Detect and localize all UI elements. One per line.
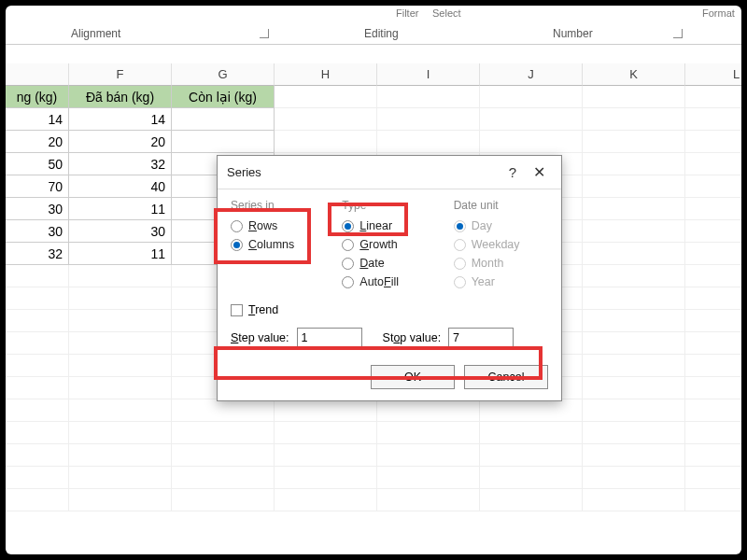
cell[interactable]: 30 <box>6 198 69 220</box>
growth-radio[interactable]: Growth <box>342 238 436 251</box>
cell[interactable]: 14 <box>69 108 172 131</box>
header-cell[interactable]: ng (kg) <box>6 86 69 108</box>
radio-icon <box>342 258 354 270</box>
cell[interactable] <box>583 243 685 265</box>
cell[interactable] <box>480 108 583 131</box>
cell[interactable] <box>685 220 741 243</box>
ok-button[interactable]: OK <box>371 365 455 389</box>
radio-icon <box>342 276 354 288</box>
dateunit-label: Date unit <box>454 199 548 212</box>
table-row <box>6 467 741 489</box>
column-header[interactable]: F <box>69 63 172 86</box>
linear-label: Linear <box>359 219 392 232</box>
column-header[interactable] <box>6 63 69 86</box>
column-header[interactable]: I <box>377 63 480 86</box>
cell[interactable] <box>275 86 377 108</box>
step-value-input[interactable] <box>297 328 362 348</box>
columns-radio[interactable]: Columns <box>231 238 325 251</box>
column-header[interactable]: K <box>583 63 685 86</box>
date-radio[interactable]: Date <box>342 257 436 270</box>
cell[interactable]: 11 <box>69 243 172 265</box>
radio-icon <box>454 220 466 232</box>
app-frame: Filter Select Format Alignment Editing N… <box>6 6 741 554</box>
cell[interactable] <box>583 220 685 243</box>
radio-icon <box>231 220 243 232</box>
cell[interactable]: 32 <box>6 243 69 265</box>
dialog-body: Series in Rows Columns Type Linear <box>218 189 561 354</box>
cell[interactable] <box>583 153 685 175</box>
linear-radio[interactable]: Linear <box>342 219 436 232</box>
cancel-button[interactable]: Cancel <box>464 365 548 389</box>
month-radio: Month <box>454 257 548 270</box>
month-label: Month <box>472 257 504 270</box>
year-label: Year <box>472 275 495 288</box>
cell[interactable]: 30 <box>69 220 172 243</box>
type-group: Type Linear Growth Date <box>342 199 436 294</box>
radio-icon <box>342 239 354 251</box>
cell[interactable] <box>377 131 480 153</box>
ribbon-filter-label: Filter <box>396 7 418 19</box>
cell[interactable] <box>377 86 480 108</box>
columns-label: Columns <box>248 238 294 251</box>
cell[interactable] <box>583 131 685 153</box>
cell[interactable] <box>275 131 377 153</box>
cell[interactable] <box>172 131 275 153</box>
cell[interactable] <box>685 153 741 175</box>
day-label: Day <box>472 219 492 232</box>
cell[interactable]: 20 <box>6 131 69 153</box>
checkbox-icon <box>231 304 243 316</box>
trend-checkbox[interactable]: Trend <box>231 303 548 316</box>
cell[interactable]: 32 <box>69 153 172 175</box>
cell[interactable]: 11 <box>69 198 172 220</box>
day-radio: Day <box>454 219 548 232</box>
column-header[interactable]: G <box>172 63 275 86</box>
cell[interactable] <box>685 86 741 108</box>
cell[interactable] <box>583 175 685 198</box>
growth-label: Growth <box>359 238 397 251</box>
cell[interactable] <box>685 198 741 220</box>
ribbon-group-editing: Editing <box>364 27 399 40</box>
dialog-title: Series <box>227 165 500 179</box>
help-icon[interactable]: ? <box>500 164 526 180</box>
rows-radio[interactable]: Rows <box>231 219 325 232</box>
table-row: 20 20 <box>6 131 741 153</box>
stop-value-input[interactable] <box>448 328 514 348</box>
cell[interactable] <box>583 86 685 108</box>
ribbon-select-label: Select <box>432 7 461 19</box>
cell[interactable] <box>685 131 741 153</box>
cell[interactable] <box>480 86 583 108</box>
column-header[interactable]: J <box>480 63 583 86</box>
header-cell[interactable]: Còn lại (kg) <box>172 86 275 108</box>
cell[interactable]: 70 <box>6 175 69 198</box>
cell[interactable] <box>275 108 377 131</box>
cell[interactable] <box>685 108 741 131</box>
cell[interactable] <box>172 108 275 131</box>
cell[interactable]: 40 <box>69 175 172 198</box>
cell[interactable]: 14 <box>6 108 69 131</box>
cell[interactable] <box>583 108 685 131</box>
weekday-radio: Weekday <box>454 238 548 251</box>
radio-icon <box>454 258 466 270</box>
table-row <box>6 422 741 444</box>
cell[interactable] <box>685 175 741 198</box>
trend-label: Trend <box>248 303 278 316</box>
column-header[interactable]: L <box>685 63 741 86</box>
cell[interactable]: 30 <box>6 220 69 243</box>
alignment-dialog-launcher-icon[interactable] <box>260 29 269 38</box>
table-row <box>6 444 741 467</box>
cell[interactable]: 50 <box>6 153 69 175</box>
radio-icon <box>231 239 243 251</box>
header-cell[interactable]: Đã bán (kg) <box>69 86 172 108</box>
cell[interactable] <box>480 131 583 153</box>
weekday-label: Weekday <box>472 238 520 251</box>
autofill-radio[interactable]: AutoFill <box>342 275 436 288</box>
cell[interactable] <box>685 243 741 265</box>
value-row: Step value: Stop value: <box>231 328 548 348</box>
cell[interactable] <box>377 108 480 131</box>
number-dialog-launcher-icon[interactable] <box>673 29 683 38</box>
cell[interactable] <box>583 198 685 220</box>
cell[interactable]: 20 <box>69 131 172 153</box>
dialog-titlebar[interactable]: Series ? ✕ <box>218 156 561 189</box>
column-header[interactable]: H <box>275 63 377 86</box>
close-icon[interactable]: ✕ <box>526 163 552 181</box>
